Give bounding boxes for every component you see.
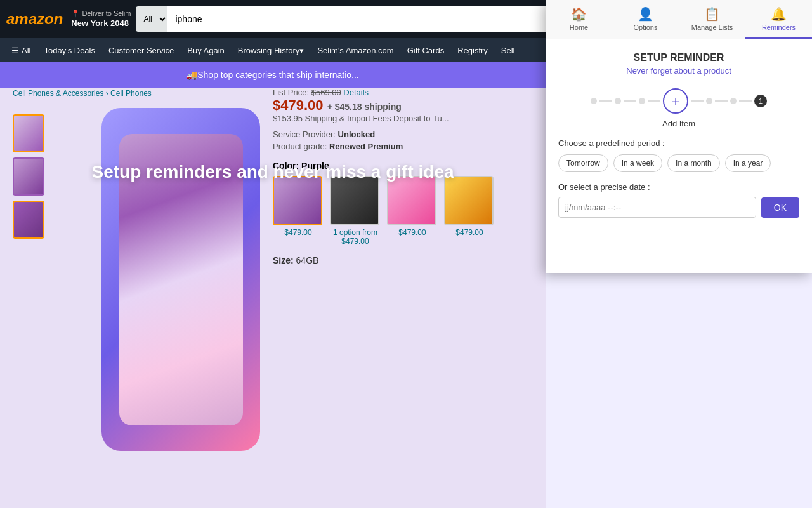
timeline-dot-6: [730, 98, 737, 104]
period-label: Choose a predefined period :: [558, 138, 799, 148]
price-pink: $479.00: [387, 228, 438, 237]
tab-home[interactable]: 🏠 Home: [546, 0, 612, 39]
nav-browsing-history[interactable]: Browsing History ▾: [233, 38, 310, 62]
timeline-line-5: [715, 100, 728, 102]
date-input[interactable]: [558, 197, 756, 218]
color-gold[interactable]: $479.00: [444, 176, 495, 246]
popup-body: SETUP REMINDER Never forget about a prod…: [546, 39, 812, 231]
breadcrumb: Cell Phones & Accessories › Cell Phones: [13, 89, 152, 98]
list-price-details[interactable]: Details: [343, 88, 369, 97]
color-purple[interactable]: $479.00: [273, 176, 324, 246]
nav-todays-deals[interactable]: Today's Deals: [39, 38, 100, 62]
search-category-select[interactable]: All: [136, 6, 167, 32]
tab-reminders[interactable]: 🔔 Reminders: [745, 0, 812, 39]
breadcrumb-link-1[interactable]: Cell Phones & Accessories: [13, 89, 103, 98]
timeline: ＋ 1: [558, 88, 799, 114]
thumbnail-2[interactable]: [13, 157, 44, 196]
product-thumbnails: [13, 114, 44, 239]
period-week[interactable]: In a week: [613, 154, 662, 172]
swatch-dark: [330, 176, 379, 225]
product-grade-row: Product grade: Renewed Premium: [273, 142, 539, 151]
thumbnail-1[interactable]: [13, 114, 44, 152]
timeline-line-1: [599, 100, 612, 102]
thumbnail-3[interactable]: [13, 201, 44, 239]
product-image: [102, 108, 260, 451]
date-label: Or select a precise date :: [558, 182, 799, 192]
timeline-line-3: [648, 100, 660, 102]
nav-registry[interactable]: Registry: [452, 38, 493, 62]
color-section: Color: Purple $479.00 1 option from $479…: [273, 161, 539, 246]
size-section: Size: 64GB: [273, 255, 539, 265]
reminder-popup: 🏠 Home 👤 Options 📋 Manage Lists 🔔 Remind…: [546, 0, 812, 273]
price-gold: $479.00: [444, 228, 495, 237]
list-price: List Price: $569.00 Details: [273, 88, 539, 97]
color-pink[interactable]: $479.00: [387, 176, 438, 246]
timeline-line-4: [691, 100, 704, 102]
promo-banner: 🚚 Shop top categories that ship internat…: [0, 62, 546, 88]
period-buttons: Tomorrow In a week In a month In a year: [558, 154, 799, 172]
manage-lists-icon: 📋: [704, 6, 720, 22]
swatch-purple: [273, 176, 322, 225]
delivery-location[interactable]: 📍 Deliver to Selim New York 2048: [71, 9, 131, 29]
timeline-number: 1: [754, 95, 767, 107]
swatch-pink: [387, 176, 436, 225]
price-dark: 1 option from $479.00: [330, 228, 381, 246]
nav-buy-again[interactable]: Buy Again: [182, 38, 230, 62]
timeline-line-2: [624, 100, 636, 102]
reminders-icon: 🔔: [771, 6, 787, 22]
ok-button[interactable]: OK: [761, 197, 799, 218]
price-purple: $479.00: [273, 228, 324, 237]
timeline-dot-1: [591, 98, 597, 104]
color-label: Color: Purple: [273, 161, 539, 171]
nav-sell[interactable]: Sell: [496, 38, 520, 62]
breadcrumb-link-2[interactable]: Cell Phones: [110, 89, 152, 98]
service-provider-row: Service Provider: Unlocked: [273, 130, 539, 139]
timeline-dot-5: [706, 98, 712, 104]
period-year[interactable]: In a year: [725, 154, 771, 172]
nav-all-menu[interactable]: ☰ All: [6, 38, 36, 62]
nav-gift-cards[interactable]: Gift Cards: [402, 38, 450, 62]
shipping-note: $153.95 Shipping & Import Fees Deposit t…: [273, 114, 539, 123]
hamburger-icon: ☰: [11, 46, 19, 55]
options-icon: 👤: [638, 6, 653, 22]
swatch-gold: [444, 176, 494, 225]
timeline-add-item[interactable]: ＋: [663, 88, 688, 114]
popup-tabs: 🏠 Home 👤 Options 📋 Manage Lists 🔔 Remind…: [546, 0, 812, 39]
city-label: New York 2048: [71, 18, 131, 29]
price-section: List Price: $569.00 Details $479.00 + $4…: [273, 88, 539, 123]
date-row: OK: [558, 197, 799, 218]
tab-options[interactable]: 👤 Options: [612, 0, 679, 39]
amazon-logo[interactable]: amazon: [6, 10, 63, 28]
tab-manage-lists[interactable]: 📋 Manage Lists: [679, 0, 745, 39]
period-tomorrow[interactable]: Tomorrow: [558, 154, 608, 172]
add-item-label: Add Item: [558, 119, 799, 128]
color-dark[interactable]: 1 option from $479.00: [330, 176, 381, 246]
popup-subtitle: Never forget about a product: [558, 66, 799, 76]
banner-icon: 🚚: [187, 70, 197, 80]
location-icon: 📍 Deliver to Selim: [71, 9, 131, 18]
period-month[interactable]: In a month: [667, 154, 720, 172]
nav-customer-service[interactable]: Customer Service: [103, 38, 179, 62]
timeline-line-6: [739, 100, 752, 102]
nav-selims-amazon[interactable]: Selim's Amazon.com: [312, 38, 398, 62]
color-options: $479.00 1 option from $479.00 $479.00 $4…: [273, 176, 539, 246]
popup-title: SETUP REMINDER: [558, 52, 799, 64]
timeline-dot-3: [639, 98, 645, 104]
home-icon: 🏠: [571, 6, 587, 22]
current-price: $479.00 + $45.18 shipping: [273, 97, 539, 114]
timeline-dot-2: [615, 98, 621, 104]
